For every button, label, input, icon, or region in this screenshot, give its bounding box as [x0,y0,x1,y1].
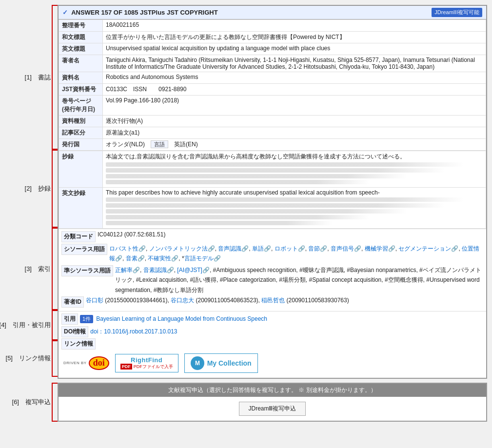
pdf-tag: PDF [120,364,132,370]
thesaurus-link[interactable]: 機械学習 [365,245,388,252]
copyright-badge-2: JDreamIII複写可能 [432,8,482,17]
table-row: 巻号ページ(発行年月日) Vol.99 Page.166-180 (2018) [59,96,486,116]
rightfind-btn-2[interactable]: RightFind PDF PDFファイルで入手 [115,354,178,372]
doi-provider: DRIVEN BY doi [63,356,109,370]
side-label-item: [3] 索引 [5,228,58,310]
blur-line [106,203,445,208]
copy-row: [6] 複写申込 文献複写申込（選択した回答情報を複写します。 ※ 別途料金が掛… [5,383,487,422]
quasi-value-2: 正解率🔗, 音素認識🔗, [AI@JST]🔗, #Ambiguous speec… [115,265,483,295]
author-link[interactable]: 谷口彰 [86,297,103,304]
doi-badge-btn[interactable]: doi [89,356,109,370]
field-value: C0133C ISSN 0921-8890 [103,84,486,96]
driven-by-label-2: DRIVEN BY [63,361,87,365]
field-value: This paper describes how to achieve high… [103,188,486,229]
author-link[interactable]: 谷口忠大 [171,297,194,304]
field-label: 整理番号 [59,20,103,32]
field-label: 発行国 [59,139,103,151]
bunrui-value-2: IC04012J (007.52:681.51) [98,231,165,238]
thesaurus-link[interactable]: 言語モデル [184,255,214,262]
side-brace [52,228,58,310]
blur-line [106,221,332,225]
rightfind-text: RightFind [131,356,162,364]
table-row: 整理番号 18A0021165 [59,20,486,32]
blur-line [106,209,407,214]
thesaurus-link[interactable]: 音声信号 [331,245,354,252]
field-value: Taniguchi Akira, Taniguchi Tadahiro (Rit… [103,55,486,72]
citation-section-2: 引用 1件 Bayesian Learning of a Language Mo… [59,311,486,378]
final-layout: [1] 書誌[2] 抄録[3] 索引[4] 引用・被引用[5] リンク情報 ✓ … [5,5,487,422]
field-value: 逐次刊行物(A) [103,116,486,127]
field-label: JST資料番号 [59,84,103,96]
thesaurus-link[interactable]: 不確実性 [148,255,171,262]
field-value: オランダ(NLD) 言語 英語(EN) [103,139,486,151]
thesaurus-link[interactable]: セグメンテーション [398,245,451,252]
table-row: 抄録 本論文では,音素認識誤りを含む音声認識結果から高精度な教師なし空間語彙獲得… [59,151,486,188]
field-value: 位置手がかりを用いた言語モデルの更新による教師なし空間辞書獲得【Powered … [103,32,486,43]
table-row: 著者名 Taniguchi Akira, Taniguchi Tadahiro … [59,55,486,72]
doi-link[interactable]: doi：10.1016/j.robot.2017.10.013 [90,328,177,336]
table-row: JST資料番号 C0133C ISSN 0921-8890 [59,84,486,96]
blur-line [106,215,370,219]
thesaurus-link[interactable]: 単語 [252,245,264,252]
copy-header-2: 文献複写申込（選択した回答情報を複写します。 ※ 別途料金が掛かります。） [59,384,486,397]
blur-line [106,197,464,202]
quasi-link[interactable]: 音素認識 [143,267,167,273]
doi-row-2: DOI情報 doi：10.1016/j.robot.2017.10.013 [61,326,483,337]
check-icon-2: ✓ [62,9,68,16]
thesaurus-link[interactable]: 音節 [308,245,320,252]
mycollection-svg: M [193,359,202,368]
field-label: 英文抄録 [59,188,103,229]
thesaurus-link[interactable]: ロバスト性 [109,245,138,252]
mycollection-text-2: My Collection [207,359,252,367]
main-content: ✓ ANSWER 157 OF 1085 JSTPlus JST COPYRIG… [58,5,487,379]
author-link[interactable]: 稲邑哲也 [261,297,285,304]
svg-text:M: M [195,360,200,367]
table-row: 英文抄録 This paper describes how to achieve… [59,188,486,229]
thesaurus-link[interactable]: 音素 [126,255,138,262]
thesaurus-link[interactable]: ノンパラメトリック法 [149,245,208,252]
citation-label-2: 引用 [61,313,78,325]
rightfind-sub-row-2: PDF PDFファイルで入手 [120,364,173,370]
side-label-text: [1] 書誌 [25,73,52,82]
side-brace [52,310,58,340]
link-providers: DRIVEN BY doi RightFind PDF PDFファイルで入手 [61,351,483,376]
table-row: 記事区分 原著論文(a1) [59,127,486,139]
side-label-item: [1] 書誌 [5,5,58,150]
bunrui-label-2: 分類コード [61,231,96,242]
thesaurus-link[interactable]: 音声認識 [218,245,241,252]
copy-label-item: [6] 複写申込 [5,383,58,422]
blur-line [106,162,464,167]
citation-row-2: 引用 1件 Bayesian Learning of a Language Mo… [61,313,483,325]
blur-line [106,174,407,178]
table-row: 英文標題 Unsupervised spatial lexical acquis… [59,43,486,55]
mycollection-btn-2[interactable]: M My Collection [184,353,258,373]
citation-link-2[interactable]: Bayesian Learning of a Language Model fr… [96,315,267,322]
blur-line [106,168,445,173]
field-value: 本論文では,音素認識誤りを含む音声認識結果から高精度な教師なし空間語彙獲得を達成… [103,151,486,188]
field-label: 英文標題 [59,43,103,55]
quasi-link[interactable]: 正解率 [115,267,133,273]
copy-submit-btn[interactable]: JDreamⅢ複写申込 [239,402,305,416]
side-label-item: [5] リンク情報 [5,340,58,377]
side-brace [52,5,58,150]
author-id-label-2: 著者ID [61,296,84,308]
table-row: 発行国 オランダ(NLD) 言語 英語(EN) [59,139,486,151]
side-label-text: [3] 索引 [25,265,52,273]
answer-title-2: ✓ ANSWER 157 OF 1085 JSTPlus JST COPYRIG… [62,9,218,16]
field-label: 巻号ページ(発行年月日) [59,96,103,116]
answer-header-2: ✓ ANSWER 157 OF 1085 JSTPlus JST COPYRIG… [59,6,486,19]
field-label: 資料種別 [59,116,103,127]
copy-body-2: JDreamⅢ複写申込 [59,397,486,421]
copy-panel-2: 文献複写申込（選択した回答情報を複写します。 ※ 別途料金が掛かります。） JD… [58,383,487,422]
bibliography-table-2: 整理番号 18A0021165 和文標題 位置手がかりを用いた言語モデルの更新に… [59,19,486,151]
pdf-sub-text: PDFファイルで入手 [134,364,173,370]
mycollection-circle-icon: M [191,356,204,370]
copy-brace [52,383,58,422]
thesaurus-link[interactable]: ロボット [275,245,298,252]
blur-line [106,180,370,184]
quasi-link[interactable]: [AI@JST] [177,267,202,273]
citation-badge-2: 1件 [80,315,93,323]
table-row: 資料種別 逐次刊行物(A) [59,116,486,127]
link-label-row: リンク情報 [61,338,483,350]
side-label-text: [4] 引用・被引用 [0,321,52,330]
